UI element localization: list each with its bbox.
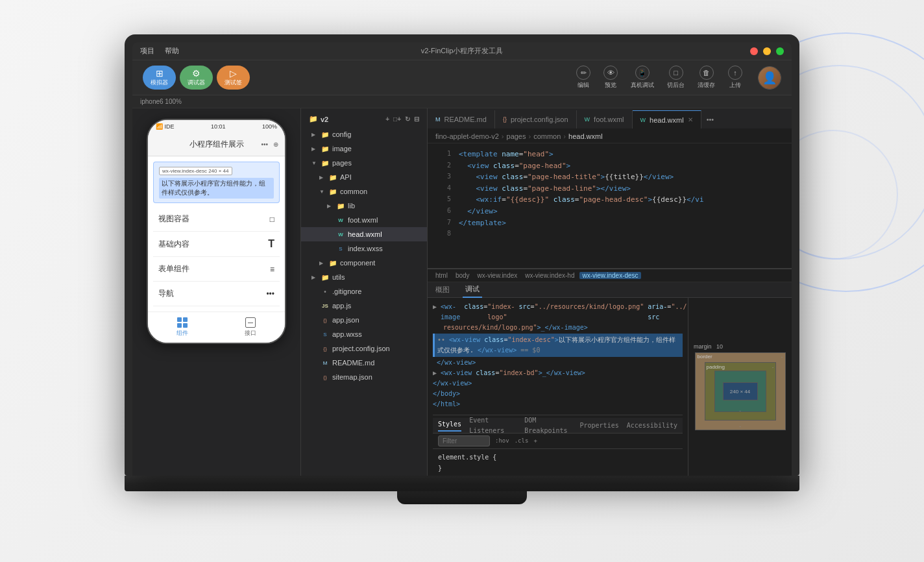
- tree-item-readme[interactable]: M README.md: [301, 356, 427, 370]
- breadcrumb-item-3: common: [533, 132, 561, 140]
- code-line-2: 2 <view class="page-head">: [428, 160, 792, 172]
- app-title: v2-FinClip小程序开发工具: [421, 46, 504, 56]
- tab-head-wxml[interactable]: W head.wxml ✕: [633, 110, 701, 128]
- main-content: 📶 IDE 10:01 100% 小程序组件展示 ••• ⊕: [132, 108, 792, 476]
- menu-item-project[interactable]: 项目: [140, 46, 154, 56]
- tree-item-common[interactable]: ▼ 📁 common: [301, 184, 427, 199]
- tree-item-app-json[interactable]: {} app.json: [301, 313, 427, 327]
- phone-mockup: 📶 IDE 10:01 100% 小程序组件展示 ••• ⊕: [147, 119, 286, 344]
- styles-filter-input[interactable]: [438, 435, 490, 446]
- styles-tab-styles[interactable]: Styles: [438, 419, 461, 432]
- tree-item-image[interactable]: ▶ 📁 image: [301, 141, 427, 156]
- app-window: 项目 帮助 v2-FinClip小程序开发工具 ⊞: [132, 42, 792, 476]
- dom-breadcrumb: html body wx-view.index wx-view.index-hd…: [428, 269, 792, 282]
- box-border-label: border: [698, 354, 712, 360]
- upload-button[interactable]: ↑ 上传: [728, 66, 742, 90]
- dom-line-1: ▶ <wx-image class="index-logo" src="../r…: [433, 302, 683, 323]
- dom-wx-view-index-desc[interactable]: wx-view.index-desc: [579, 272, 640, 279]
- code-line-4: 4 <view class="page-head-line"></view>: [428, 183, 792, 195]
- tree-item-lib[interactable]: ▶ 📁 lib: [301, 199, 427, 213]
- tree-item-gitignore[interactable]: • .gitignore: [301, 284, 427, 299]
- toolbar: ⊞ 模拟器 ⚙ 调试器 ▷ 测试签: [132, 60, 792, 95]
- nav-item-api[interactable]: 接口: [217, 312, 286, 343]
- tab-bar: M README.md {} project.config.json W foo…: [428, 108, 792, 129]
- code-line-8: 8: [428, 228, 792, 239]
- device-debug-button[interactable]: 📱 真机调试: [631, 66, 654, 90]
- clear-cache-button[interactable]: 🗑 清缓存: [698, 66, 715, 90]
- menu-item-help[interactable]: 帮助: [165, 46, 179, 56]
- phone-nav-more[interactable]: ••• ⊕: [261, 141, 278, 148]
- tree-item-app-wxss[interactable]: S app.wxss: [301, 327, 427, 341]
- close-button[interactable]: [750, 47, 758, 55]
- tab-project-config[interactable]: {} project.config.json: [495, 110, 577, 128]
- bottom-tabs: 概图 调试: [428, 282, 792, 298]
- box-margin-value: 10: [716, 343, 723, 350]
- phone-panel: 📶 IDE 10:01 100% 小程序组件展示 ••• ⊕: [132, 108, 301, 476]
- code-editor[interactable]: 1 <template name="head"> 2 <view class="…: [428, 143, 792, 268]
- section-form: 表单组件 ≡: [153, 257, 280, 282]
- breadcrumb-item-4: head.wxml: [568, 132, 603, 140]
- tree-item-sitemap[interactable]: {} sitemap.json: [301, 370, 427, 384]
- maximize-button[interactable]: [776, 47, 784, 55]
- styles-add-button[interactable]: +: [533, 436, 537, 445]
- tab-foot-wxml[interactable]: W foot.wxml: [577, 110, 633, 128]
- dom-html[interactable]: html: [433, 272, 450, 279]
- styles-tab-dom-bp[interactable]: DOM Breakpoints: [524, 415, 572, 436]
- phone-battery: 100%: [262, 123, 277, 130]
- user-avatar[interactable]: 👤: [758, 66, 781, 90]
- tree-item-head-wxml[interactable]: W head.wxml: [301, 227, 427, 241]
- dom-body[interactable]: body: [453, 272, 472, 279]
- styles-tab-access[interactable]: Accessibility: [627, 421, 677, 431]
- app-screen: 项目 帮助 v2-FinClip小程序开发工具 ⊞: [132, 42, 792, 476]
- tree-item-project-json[interactable]: {} project.config.json: [301, 341, 427, 356]
- test-button[interactable]: ▷ 测试签: [217, 66, 250, 90]
- mode-buttons: ⊞ 模拟器 ⚙ 调试器 ▷ 测试签: [143, 66, 250, 90]
- filetree-refresh[interactable]: ↻: [405, 116, 410, 123]
- phone-time: 10:01: [211, 123, 226, 130]
- box-bottom-dash-1: -: [739, 423, 741, 429]
- nav-item-component[interactable]: 组件: [148, 312, 217, 343]
- tab-close-icon[interactable]: ✕: [688, 116, 693, 123]
- simulator-button[interactable]: ⊞ 模拟器: [143, 66, 176, 90]
- box-model-diagram: 240 × 44 border - padding - - -: [695, 352, 786, 430]
- phone-nav-bar: 小程序组件展示 ••• ⊕: [148, 133, 285, 156]
- menu-bar: 项目 帮助: [140, 46, 179, 56]
- edit-button[interactable]: ✏ 编辑: [576, 66, 590, 90]
- phone-nav-title: 小程序组件展示: [189, 139, 244, 150]
- section-label-1: 视图容器: [158, 214, 189, 225]
- section-icon-4: •••: [266, 289, 274, 299]
- element-text: 以下将展示小程序官方组件能力，组件样式仅供参考。: [159, 178, 274, 199]
- minimize-button[interactable]: [763, 47, 771, 55]
- filetree-collapse[interactable]: ⊟: [414, 116, 419, 123]
- tab-more-button[interactable]: •••: [701, 110, 720, 128]
- filetree-new-file[interactable]: +: [385, 116, 389, 123]
- dom-line-resources: resources/kind/logo.png">_</wx-image>: [433, 323, 683, 333]
- background-button[interactable]: □ 切后台: [667, 66, 685, 90]
- tree-item-config[interactable]: ▶ 📁 config: [301, 127, 427, 141]
- filetree-new-folder[interactable]: □+: [393, 116, 401, 123]
- bottom-tab-preview[interactable]: 概图: [433, 282, 452, 298]
- tree-item-foot-wxml[interactable]: W foot.wxml: [301, 213, 427, 227]
- tree-item-index-wxss[interactable]: S index.wxss: [301, 241, 427, 256]
- debugger-button[interactable]: ⚙ 调试器: [180, 66, 213, 90]
- section-label-3: 表单组件: [158, 263, 189, 275]
- laptop-container: 项目 帮助 v2-FinClip小程序开发工具 ⊞: [125, 34, 799, 528]
- tab-readme[interactable]: M README.md: [428, 110, 495, 128]
- tree-item-app-js[interactable]: JS app.js: [301, 299, 427, 313]
- styles-cls-button[interactable]: .cls: [515, 436, 529, 445]
- tree-item-api[interactable]: ▶ 📁 API: [301, 170, 427, 184]
- dom-wx-view-index-hd[interactable]: wx-view.index-hd: [522, 272, 577, 279]
- tree-item-utils[interactable]: ▶ 📁 utils: [301, 270, 427, 284]
- bottom-tab-dom[interactable]: 调试: [463, 282, 482, 298]
- styles-tab-props[interactable]: Properties: [580, 421, 619, 431]
- tree-item-component[interactable]: ▶ 📁 component: [301, 256, 427, 270]
- section-icon-3: ≡: [270, 265, 274, 274]
- title-bar: 项目 帮助 v2-FinClip小程序开发工具: [132, 42, 792, 60]
- dom-wx-view-index[interactable]: wx-view.index: [475, 272, 520, 279]
- box-padding-label: padding: [707, 364, 725, 370]
- tree-item-pages[interactable]: ▼ 📁 pages: [301, 156, 427, 170]
- styles-hov-button[interactable]: :hov: [495, 436, 509, 445]
- preview-button[interactable]: 👁 预览: [603, 66, 618, 90]
- styles-tab-events[interactable]: Event Listeners: [469, 415, 517, 436]
- dom-line-3: </wx-view>: [433, 358, 683, 368]
